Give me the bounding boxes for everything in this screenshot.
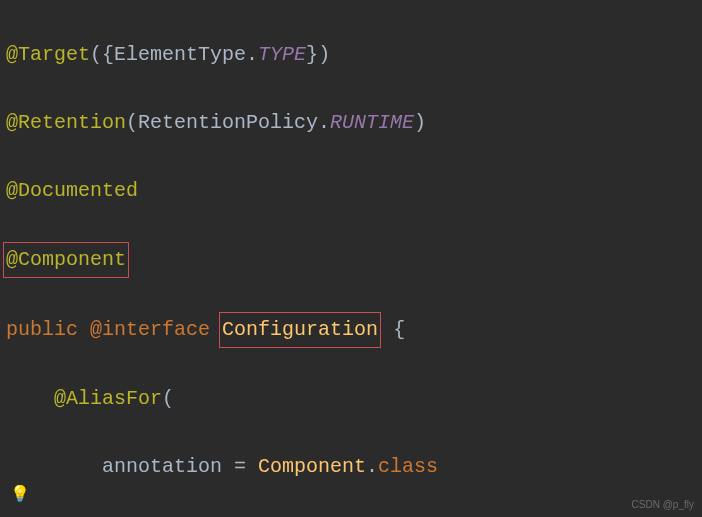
annotation-documented: @Documented [6,179,138,202]
annotation-aliasfor: @AliasFor [54,387,162,410]
lightbulb-icon[interactable]: 💡 [10,482,30,509]
line-decl: public @interface Configuration { [6,312,696,348]
line-target: @Target({ElementType.TYPE}) [6,38,696,72]
line-retention: @Retention(RetentionPolicy.RUNTIME) [6,106,696,140]
line-aliasfor-param: annotation = Component.class [6,450,696,484]
highlight-box-configuration: Configuration [219,312,381,348]
annotation-component: @Component [6,248,126,271]
annotation-retention: @Retention [6,111,126,134]
watermark-text: CSDN @p_fly [632,496,694,513]
annotation-target: @Target [6,43,90,66]
line-aliasfor: @AliasFor( [6,382,696,416]
class-configuration: Configuration [222,318,378,341]
highlight-box-component: @Component [3,242,129,278]
code-block: @Target({ElementType.TYPE}) @Retention(R… [6,4,696,517]
line-documented: @Documented [6,174,696,208]
line-component: @Component [6,242,696,278]
